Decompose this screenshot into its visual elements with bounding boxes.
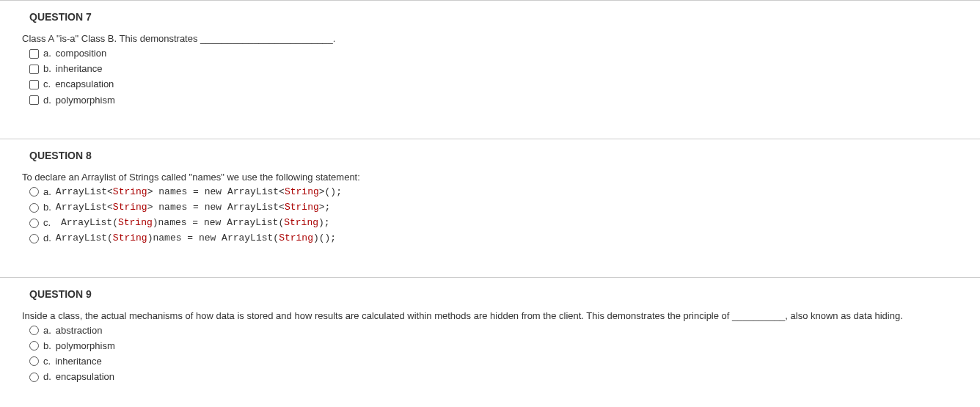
option-row: b. ArrayList<String> names = new ArrayLi… [29, 201, 980, 214]
option-letter: b. [43, 62, 51, 76]
question-title: QUESTION 8 [29, 150, 980, 161]
option-row: d. polymorphism [29, 94, 980, 107]
option-text: encapsulation [55, 78, 114, 91]
option-letter: a. [43, 47, 51, 60]
option-row: a. composition [29, 47, 980, 60]
option-text: composition [56, 47, 106, 60]
option-row: a. abstraction [29, 324, 980, 337]
option-radio-a[interactable] [29, 187, 39, 197]
option-letter: d. [43, 94, 51, 107]
question-title: QUESTION 7 [29, 11, 980, 23]
option-letter: c. [43, 355, 51, 368]
option-letter: a. [43, 324, 51, 337]
option-checkbox-c[interactable] [29, 80, 39, 89]
option-letter: d. [43, 232, 51, 245]
option-text: inheritance [56, 62, 103, 76]
option-letter: a. [43, 186, 51, 199]
option-row: d. ArrayList(String)names = new ArrayLis… [29, 232, 980, 245]
question-title: QUESTION 9 [29, 288, 980, 300]
option-radio-c[interactable] [29, 356, 39, 366]
question-7: QUESTION 7 Class A "is-a" Class B. This … [0, 0, 980, 131]
question-prompt: Class A "is-a" Class B. This demonstrate… [22, 33, 980, 44]
option-text: polymorphism [56, 340, 115, 353]
option-letter: d. [43, 370, 51, 384]
option-radio-c[interactable] [29, 219, 39, 228]
question-9: QUESTION 9 Inside a class, the actual me… [0, 277, 980, 408]
option-row: d. encapsulation [29, 370, 980, 384]
option-code: ArrayList<String> names = new ArrayList<… [56, 201, 331, 214]
option-text: encapsulation [56, 370, 114, 384]
option-letter: b. [43, 201, 51, 214]
question-prompt: To declare an Arraylist of Strings calle… [22, 172, 980, 183]
option-code: ArrayList<String> names = new ArrayList<… [56, 186, 342, 199]
option-row: c. ArrayList(String)names = new ArrayLis… [29, 216, 980, 230]
option-text: polymorphism [56, 94, 115, 107]
question-prompt: Inside a class, the actual mechanisms of… [22, 310, 980, 321]
option-text: inheritance [55, 355, 102, 368]
option-row: b. polymorphism [29, 340, 980, 353]
option-row: a. ArrayList<String> names = new ArrayLi… [29, 186, 980, 199]
option-letter: b. [43, 340, 51, 353]
option-code: ArrayList(String)names = new ArrayList(S… [55, 216, 330, 230]
option-radio-d[interactable] [29, 373, 39, 382]
option-letter: c. [43, 216, 51, 230]
option-row: c. encapsulation [29, 78, 980, 91]
option-checkbox-b[interactable] [29, 65, 39, 74]
option-checkbox-d[interactable] [29, 95, 39, 105]
option-text: abstraction [56, 324, 103, 337]
question-8: QUESTION 8 To declare an Arraylist of St… [0, 139, 980, 270]
option-code: ArrayList(String)names = new ArrayList(S… [56, 232, 336, 245]
option-checkbox-a[interactable] [29, 49, 39, 59]
option-radio-d[interactable] [29, 234, 39, 243]
option-radio-b[interactable] [29, 341, 39, 351]
option-radio-b[interactable] [29, 203, 39, 213]
option-row: c. inheritance [29, 355, 980, 368]
option-row: b. inheritance [29, 62, 980, 76]
option-radio-a[interactable] [29, 326, 39, 335]
option-letter: c. [43, 78, 51, 91]
